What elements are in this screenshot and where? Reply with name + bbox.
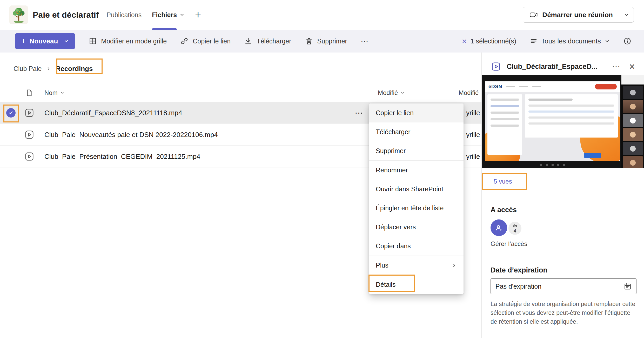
menu-item-ouvrir-dans-sharepoint[interactable]: Ouvrir dans SharePoint <box>369 180 464 199</box>
menu-item-copier-dans[interactable]: Copier dans <box>369 237 464 256</box>
menu-item-supprimer[interactable]: Supprimer <box>369 141 464 160</box>
breadcrumb-club-paie[interactable]: Club Paie <box>14 65 42 73</box>
menu-item-deplacer-vers[interactable]: Déplacer vers <box>369 218 464 237</box>
file-type-column-header[interactable] <box>25 85 33 101</box>
access-count-avatar[interactable]: 4 <box>508 221 522 236</box>
info-icon <box>623 37 632 45</box>
delete-label: Supprimer <box>317 37 347 45</box>
channel-tabs: Publications Fichiers + <box>106 0 201 30</box>
file-name[interactable]: Club_Paie_Nouveautés paie et DSN 2022-20… <box>44 124 218 146</box>
column-header-modifie-par-label: Modifié <box>459 89 479 96</box>
row-checkbox[interactable] <box>6 102 16 124</box>
chevron-right-icon <box>46 66 51 71</box>
chevron-right-icon <box>452 263 457 268</box>
view-list-icon <box>530 37 538 45</box>
menu-item-copier-le-lien[interactable]: Copier le lien <box>369 103 464 122</box>
chevron-down-icon <box>624 12 629 17</box>
row-more-button[interactable]: ⋯ <box>355 102 363 124</box>
link-icon <box>180 37 189 45</box>
participant-tile <box>623 128 643 141</box>
video-file-icon <box>491 62 501 72</box>
chevron-down-icon <box>60 91 64 95</box>
column-header-modifie[interactable]: Modifié <box>378 85 405 101</box>
menu-item-label: Supprimer <box>376 147 406 155</box>
menu-item-label: Télécharger <box>376 128 410 136</box>
expiration-date-field[interactable]: Pas d'expiration <box>491 278 636 294</box>
site-content-placeholder <box>525 94 618 138</box>
menu-item-label: Ouvrir dans SharePoint <box>376 185 443 193</box>
document-icon <box>25 89 33 97</box>
copy-link-label: Copier le lien <box>193 37 231 45</box>
column-header-modifie-par[interactable]: Modifié <box>459 85 479 101</box>
video-thumbnail[interactable]: eDSN <box>482 75 644 168</box>
calendar-icon[interactable] <box>624 282 632 290</box>
modified-by: yrille <box>466 102 480 124</box>
command-bar: + Nouveau Modifier en mode grille Copier… <box>0 30 644 53</box>
site-sidebar-placeholder <box>487 94 522 155</box>
download-icon <box>244 37 252 45</box>
details-panel: Club_Déclaratif_EspaceD... ⋯ × eDSN <box>481 53 644 338</box>
menu-item-telecharger[interactable]: Télécharger <box>369 122 464 141</box>
breadcrumb: Club Paie Recordings <box>14 62 93 75</box>
breadcrumb-recordings[interactable]: Recordings <box>56 65 93 73</box>
checkbox-checked <box>6 108 16 118</box>
video-file-icon <box>24 124 34 146</box>
views-link[interactable]: 5 vues <box>494 178 512 185</box>
command-bar-right: × 1 sélectionné(s) Tous les documents <box>462 37 632 45</box>
clear-selection-button[interactable]: × 1 sélectionné(s) <box>462 37 516 45</box>
file-name[interactable]: Club_Déclaratif_EspaceDSN8_20211118.mp4 <box>44 102 182 124</box>
site-button-placeholder <box>595 84 617 89</box>
selection-count-label: 1 sélectionné(s) <box>471 37 516 45</box>
grant-access-avatar[interactable] <box>491 219 507 236</box>
menu-item-label: Épingler en tête de liste <box>376 204 444 212</box>
menu-item-renommer[interactable]: Renommer <box>369 161 464 180</box>
menu-item-epingler[interactable]: Épingler en tête de liste <box>369 199 464 218</box>
column-header-nom-label: Nom <box>44 89 58 96</box>
edit-grid-view-label: Modifier en mode grille <box>101 37 167 45</box>
file-name[interactable]: Club_Paie_Présentation_CEGEDIM_20211125.… <box>44 146 200 167</box>
participant-tile <box>623 86 643 99</box>
view-selector[interactable]: Tous les documents <box>530 37 610 45</box>
taskbar-placeholder <box>485 163 620 167</box>
menu-item-plus[interactable]: Plus <box>369 256 464 275</box>
menu-item-label: Détails <box>376 281 395 288</box>
participant-tile <box>623 142 643 155</box>
manage-access-link[interactable]: Gérer l’accès <box>491 240 527 248</box>
panel-title: Club_Déclaratif_EspaceD... <box>507 63 598 71</box>
access-heading: A accès <box>491 206 517 214</box>
team-name: Paie et déclaratif <box>33 10 99 20</box>
meeting-options-dropdown[interactable] <box>619 7 634 22</box>
more-commands-button[interactable]: ⋯ <box>361 37 368 46</box>
download-button[interactable]: Télécharger <box>244 37 291 45</box>
plus-icon: + <box>21 37 26 45</box>
menu-item-label: Déplacer vers <box>376 223 416 231</box>
start-meeting-button[interactable]: Démarrer une réunion <box>523 7 619 22</box>
table-header: Nom Modifié Modifié <box>0 85 481 100</box>
panel-more-button[interactable]: ⋯ <box>612 62 620 72</box>
edit-grid-view-button[interactable]: Modifier en mode grille <box>89 37 167 45</box>
grid-icon <box>89 37 97 45</box>
new-button-label: Nouveau <box>30 37 58 45</box>
expiration-heading: Date d’expiration <box>491 266 547 274</box>
nav-placeholder <box>532 86 541 87</box>
new-button[interactable]: + Nouveau <box>15 33 75 49</box>
menu-item-details[interactable]: Détails <box>369 275 464 294</box>
tab-fichiers[interactable]: Fichiers <box>152 0 185 30</box>
tab-publications[interactable]: Publications <box>106 0 142 30</box>
delete-button[interactable]: Supprimer <box>305 37 347 45</box>
add-tab-button[interactable]: + <box>195 10 201 20</box>
nav-placeholder <box>506 86 515 87</box>
download-label: Télécharger <box>257 37 291 45</box>
info-button[interactable] <box>623 37 632 45</box>
channel-header: Paie et déclaratif Publications Fichiers… <box>0 0 644 30</box>
participant-strip <box>621 75 644 168</box>
column-header-nom[interactable]: Nom <box>44 85 64 101</box>
dismiss-selection-icon: × <box>462 37 467 45</box>
panel-close-button[interactable]: × <box>629 62 635 72</box>
access-avatars: 4 <box>491 219 522 236</box>
copy-link-button[interactable]: Copier le lien <box>180 37 231 45</box>
tab-publications-label: Publications <box>106 11 142 19</box>
participant-tile <box>623 156 643 168</box>
trash-icon <box>305 37 313 45</box>
menu-item-label: Copier le lien <box>376 109 414 117</box>
